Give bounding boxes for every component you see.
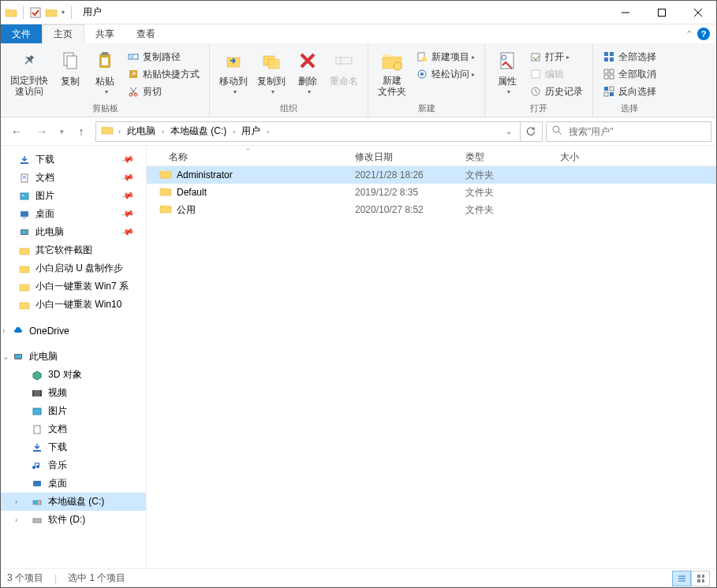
sidebar-item-music[interactable]: 音乐 xyxy=(1,456,146,474)
column-name[interactable]: ⌃ 名称 xyxy=(147,149,349,166)
open-button[interactable]: 打开▸ xyxy=(525,48,588,65)
chevron-right-icon[interactable]: › xyxy=(160,128,166,136)
sidebar-item-folder[interactable]: 小白启动 U 盘制作步 xyxy=(1,259,146,277)
sidebar-item-desktop[interactable]: 桌面📌 xyxy=(1,205,146,223)
sidebar-item-documents[interactable]: 文档📌 xyxy=(1,169,146,187)
select-all-button[interactable]: 全部选择 xyxy=(598,48,661,65)
minimize-button[interactable] xyxy=(607,1,644,24)
list-rows[interactable]: Administrator2021/1/28 18:26文件夹Default20… xyxy=(147,166,716,568)
icons-view-button[interactable] xyxy=(691,571,710,586)
copy-path-button[interactable]: W复制路径 xyxy=(122,48,204,65)
details-view-button[interactable] xyxy=(672,571,691,586)
edit-button[interactable]: 编辑 xyxy=(525,65,588,83)
history-button[interactable]: 历史记录 xyxy=(525,83,588,100)
invert-selection-button[interactable]: 反向选择 xyxy=(598,83,661,100)
column-date[interactable]: 修改日期 xyxy=(349,149,459,166)
sidebar-item-desktop[interactable]: 桌面 xyxy=(1,474,146,493)
back-button[interactable]: ← xyxy=(6,121,28,143)
svg-line-16 xyxy=(130,87,136,95)
sidebar-item-pictures[interactable]: 图片 xyxy=(1,402,146,420)
ribbon-group-label: 选择 xyxy=(598,101,661,117)
chevron-right-icon[interactable]: › xyxy=(15,497,17,506)
sidebar-item-thispc-root[interactable]: ⌄此电脑 xyxy=(1,348,146,366)
sidebar-item-documents[interactable]: 文档 xyxy=(1,420,146,438)
breadcrumb-item[interactable]: 用户 xyxy=(237,122,265,141)
chevron-right-icon[interactable]: › xyxy=(117,128,122,136)
chevron-up-icon[interactable]: ⌃ xyxy=(685,29,693,39)
ribbon: 固定到快 速访问 复制 粘贴 ▾ W复制路径 粘贴快捷方式 剪切 剪贴板 移动到 xyxy=(1,43,716,117)
sidebar-item-folder[interactable]: 小白一键重装 Win10 xyxy=(1,296,146,314)
rename-button[interactable]: 重命名 xyxy=(325,45,363,88)
history-dropdown[interactable]: ▾ xyxy=(56,121,67,143)
sidebar-item-thispc[interactable]: 此电脑📌 xyxy=(1,223,146,241)
shortcut-icon xyxy=(127,68,140,80)
sidebar-item-folder[interactable]: 小白一键重装 Win7 系 xyxy=(1,277,146,296)
refresh-button[interactable] xyxy=(520,122,540,141)
close-button[interactable] xyxy=(680,1,716,24)
sidebar-item-videos[interactable]: 视频 xyxy=(1,384,146,402)
svg-rect-73 xyxy=(702,579,704,582)
file-menu[interactable]: 文件 xyxy=(1,24,42,43)
help-icon[interactable]: ? xyxy=(697,28,710,40)
navigation-pane[interactable]: 下载📌 文档📌 图片📌 桌面📌 此电脑📌 其它软件截图 小白启动 U 盘制作步 … xyxy=(1,146,147,568)
pin-icon: 📌 xyxy=(121,188,136,203)
chevron-right-icon[interactable]: › xyxy=(15,515,17,524)
svg-rect-49 xyxy=(21,193,28,199)
new-folder-icon xyxy=(379,48,405,73)
chevron-right-icon[interactable]: › xyxy=(231,128,237,136)
breadcrumb-item[interactable]: 本地磁盘 (C:) xyxy=(166,122,231,141)
maximize-button[interactable] xyxy=(644,1,680,24)
sidebar-item-3dobjects[interactable]: 3D 对象 xyxy=(1,366,146,384)
chevron-down-icon[interactable]: ⌄ xyxy=(2,352,9,361)
cut-button[interactable]: 剪切 xyxy=(122,83,204,100)
sidebar-item-onedrive[interactable]: ›OneDrive xyxy=(1,322,146,340)
file-name: Administrator xyxy=(177,169,233,180)
select-none-button[interactable]: 全部取消 xyxy=(598,65,661,83)
column-size[interactable]: 大小 xyxy=(554,149,617,166)
breadcrumb-item[interactable]: 此电脑 xyxy=(122,122,160,141)
chevron-right-icon[interactable]: › xyxy=(265,128,271,136)
open-icon xyxy=(529,50,542,63)
svg-rect-41 xyxy=(604,92,608,96)
chevron-right-icon[interactable]: › xyxy=(2,326,5,335)
sidebar-item-drive-c[interactable]: ›本地磁盘 (C:) xyxy=(1,493,146,511)
dropdown-icon[interactable]: ▾ xyxy=(60,9,66,16)
sidebar-item-downloads[interactable]: 下载 xyxy=(1,438,146,456)
sidebar-item-pictures[interactable]: 图片📌 xyxy=(1,187,146,205)
column-type[interactable]: 类型 xyxy=(459,149,554,166)
search-box[interactable] xyxy=(546,121,711,142)
list-row[interactable]: Administrator2021/1/28 18:26文件夹 xyxy=(147,166,716,184)
copy-button[interactable]: 复制 xyxy=(53,45,88,88)
tab-share[interactable]: 共享 xyxy=(84,24,125,43)
delete-button[interactable]: 删除▾ xyxy=(290,45,325,95)
svg-text:W: W xyxy=(130,54,134,59)
list-row[interactable]: 公用2020/10/27 8:52文件夹 xyxy=(147,201,716,218)
tab-view[interactable]: 查看 xyxy=(125,24,166,43)
copy-to-button[interactable]: 复制到▾ xyxy=(252,45,290,95)
properties-button[interactable]: 属性▾ xyxy=(490,45,525,95)
chevron-down-icon[interactable]: ⌄ xyxy=(501,127,517,136)
up-button[interactable]: ↑ xyxy=(70,121,92,143)
paste-shortcut-button[interactable]: 粘贴快捷方式 xyxy=(122,65,204,83)
list-row[interactable]: Default2019/12/2 8:35文件夹 xyxy=(147,184,716,201)
new-item-button[interactable]: 新建项目▸ xyxy=(411,48,480,65)
paste-button[interactable]: 粘贴 ▾ xyxy=(88,45,122,95)
sidebar-item-downloads[interactable]: 下载📌 xyxy=(1,151,146,169)
pin-icon: 📌 xyxy=(121,207,136,221)
history-icon xyxy=(529,85,542,98)
forward-button[interactable]: → xyxy=(31,121,53,143)
search-input[interactable] xyxy=(567,125,706,138)
svg-rect-42 xyxy=(610,92,614,96)
svg-rect-36 xyxy=(610,69,614,73)
sidebar-item-drive-d[interactable]: ›软件 (D:) xyxy=(1,511,146,529)
easy-access-button[interactable]: 轻松访问▸ xyxy=(411,65,480,83)
checkbox-icon[interactable] xyxy=(28,6,43,20)
pin-icon xyxy=(17,48,42,73)
file-date: 2021/1/28 18:26 xyxy=(349,169,459,180)
sidebar-item-folder[interactable]: 其它软件截图 xyxy=(1,241,146,259)
new-folder-button[interactable]: 新建 文件夹 xyxy=(373,45,411,98)
address-bar[interactable]: › 此电脑 › 本地磁盘 (C:) › 用户 › ⌄ xyxy=(95,121,543,142)
pin-to-quick-access-button[interactable]: 固定到快 速访问 xyxy=(6,45,53,98)
move-to-button[interactable]: 移动到▾ xyxy=(215,45,252,95)
tab-home[interactable]: 主页 xyxy=(42,24,84,43)
